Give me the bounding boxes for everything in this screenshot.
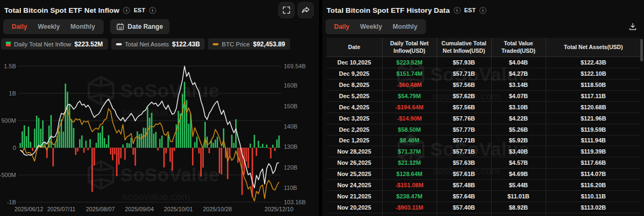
col-date: Date xyxy=(327,38,382,57)
cell-date: Dec 9,2025 xyxy=(327,68,382,79)
svg-text:120B: 120B xyxy=(284,164,298,171)
share-icon xyxy=(301,6,310,14)
cell-daily-net-inflow: $71.37M xyxy=(382,146,437,157)
svg-text:500M: 500M xyxy=(1,117,16,124)
svg-text:103.16B: 103.16B xyxy=(284,199,306,205)
cell-date: Dec 2,2025 xyxy=(327,124,382,135)
svg-text:-1B: -1B xyxy=(7,199,16,205)
cell-daily-net-inflow: $8.48M xyxy=(382,135,437,146)
cell-total-net-assets: $122.10B xyxy=(546,68,641,79)
info-icon[interactable]: i xyxy=(123,7,130,14)
timezone-label: EST xyxy=(464,7,476,13)
svg-text:130B: 130B xyxy=(284,143,298,150)
cell-cumulative-net-inflow: $57.56B xyxy=(437,101,491,113)
inflow-bars xyxy=(20,82,280,197)
legend-btc-price[interactable]: BTC Price $92,453.89 xyxy=(208,38,290,50)
svg-text:2025/09/04: 2025/09/04 xyxy=(125,206,154,212)
download-icon xyxy=(629,22,637,31)
history-table-wrap: Date Daily Total Net Inflow(USD) Cumulat… xyxy=(327,38,641,216)
table-row: Nov 21,2025$238.47M$57.64B$11.01B$110.11… xyxy=(327,190,641,202)
info-icon[interactable]: i xyxy=(479,7,486,14)
dashboard: Total Bitcoin Spot ETF Net Inflow i EST … xyxy=(0,0,644,216)
cell-cumulative-net-inflow: $57.61B xyxy=(437,169,491,180)
info-icon[interactable]: i xyxy=(149,7,156,14)
chart-panel-header: Total Bitcoin Spot ETF Net Inflow i EST … xyxy=(0,0,319,15)
cell-cumulative-net-inflow: $57.77B xyxy=(437,124,491,135)
table-row: Dec 5,2025$54.79M$57.62B$4.07B$117.11B xyxy=(327,90,641,101)
cell-daily-net-inflow: $151.74M xyxy=(382,68,437,79)
cell-date: Nov 26,2025 xyxy=(327,157,382,169)
cell-total-value-traded: $3.10B xyxy=(491,101,546,113)
cell-total-value-traded: $4.04B xyxy=(491,57,546,68)
cell-total-value-traded: $3.14B xyxy=(491,79,546,91)
history-table: Date Daily Total Net Inflow(USD) Cumulat… xyxy=(327,38,641,216)
net-assets-legend-icon xyxy=(116,43,122,45)
cell-daily-net-inflow: $238.47M xyxy=(382,190,437,202)
cell-total-value-traded: $11.01B xyxy=(491,190,546,202)
cell-date: Nov 25,2025 xyxy=(327,169,382,180)
cell-total-value-traded: $6.89B xyxy=(491,213,546,216)
table-controls: Daily Weekly Monthly xyxy=(322,15,644,34)
table-row: Dec 8,2025-$60.48M$57.56B$3.14B$118.50B xyxy=(327,79,641,91)
legend-value: $223.52M xyxy=(74,41,103,48)
cell-date: Dec 8,2025 xyxy=(327,79,382,91)
table-row: Dec 1,2025$8.48M$57.71B$5.92B$111.94B xyxy=(327,135,641,146)
table-row: Dec 2,2025$58.50M$57.77B$5.26B$119.59B xyxy=(327,124,641,135)
svg-text:2025/10/28: 2025/10/28 xyxy=(203,206,232,212)
tab-daily[interactable]: Daily xyxy=(329,21,355,32)
svg-text:169.54B: 169.54B xyxy=(284,63,306,69)
inflow-chart[interactable]: 1.5B1B500M0-500M-1B169.54B160B150B140B13… xyxy=(0,53,319,215)
fullscreen-button[interactable] xyxy=(278,2,294,18)
legend-label: Total Net Assets xyxy=(125,41,169,47)
cell-cumulative-net-inflow: $57.93B xyxy=(437,57,491,68)
cell-cumulative-net-inflow: $57.71B xyxy=(437,146,491,157)
cell-date: Nov 28,2025 xyxy=(327,146,382,157)
svg-text:140B: 140B xyxy=(284,123,298,130)
download-button[interactable] xyxy=(626,20,640,34)
cell-cumulative-net-inflow: $58.30B xyxy=(437,213,491,216)
table-row: Nov 26,2025$21.12M$57.63B$4.57B$117.66B xyxy=(327,157,641,169)
table-row: Dec 10,2025$223.52M$57.93B$4.04B$122.43B xyxy=(327,57,641,68)
period-tabs: Daily Weekly Monthly xyxy=(325,19,426,34)
tab-weekly[interactable]: Weekly xyxy=(33,21,65,32)
svg-text:110B: 110B xyxy=(284,185,297,191)
svg-text:2025/08/07: 2025/08/07 xyxy=(86,206,115,212)
legend-label: BTC Price xyxy=(222,41,250,47)
legend-value: $122.43B xyxy=(172,41,200,48)
svg-text:2025/06/12: 2025/06/12 xyxy=(14,206,43,212)
chart-header-buttons xyxy=(278,2,314,18)
cell-total-value-traded: $4.07B xyxy=(491,90,546,101)
svg-text:0: 0 xyxy=(13,145,16,151)
table-scrollbar-thumb[interactable] xyxy=(640,39,643,61)
tab-weekly[interactable]: Weekly xyxy=(355,21,387,32)
legend-daily-net-inflow[interactable]: Daily Total Net Inflow $223.52M xyxy=(1,38,108,50)
legend-value: $92,453.89 xyxy=(253,41,285,48)
net-inflow-chart-panel: Total Bitcoin Spot ETF Net Inflow i EST … xyxy=(0,0,319,216)
cell-date: Dec 1,2025 xyxy=(327,135,382,146)
cell-total-net-assets: $118.50B xyxy=(546,79,641,91)
cell-total-net-assets: $117.34B xyxy=(546,213,641,216)
cell-total-net-assets: $119.59B xyxy=(546,124,641,135)
cell-daily-net-inflow: $21.12M xyxy=(382,157,437,169)
inflow-legend-icon xyxy=(6,42,11,46)
legend-total-net-assets[interactable]: Total Net Assets $122.43B xyxy=(111,38,205,50)
date-range-button[interactable]: 12 Date Range xyxy=(110,19,169,34)
tab-monthly[interactable]: Monthly xyxy=(65,21,100,32)
svg-text:-500M: -500M xyxy=(0,172,16,178)
chart-panel-title: Total Bitcoin Spot ETF Net Inflow xyxy=(4,6,119,14)
cell-total-net-assets: $117.11B xyxy=(546,90,641,101)
svg-text:1B: 1B xyxy=(9,90,16,97)
history-table-head: Date Daily Total Net Inflow(USD) Cumulat… xyxy=(327,38,641,57)
table-row: Nov 20,2025-$903.11M$57.40B$8.92B$113.02… xyxy=(327,202,641,213)
tab-daily[interactable]: Daily xyxy=(6,21,33,32)
svg-text:2025/10/01: 2025/10/01 xyxy=(164,206,193,212)
info-icon[interactable]: i xyxy=(454,7,461,14)
cell-cumulative-net-inflow: $57.64B xyxy=(437,190,491,202)
cell-date: Dec 5,2025 xyxy=(327,90,382,101)
tab-monthly[interactable]: Monthly xyxy=(387,21,423,32)
cell-total-value-traded: $5.44B xyxy=(491,180,546,191)
table-row: Nov 19,2025$75.47M$58.30B$6.89B$117.34B xyxy=(327,213,641,216)
table-row: Nov 28,2025$71.37M$57.71B$3.40B$119.39B xyxy=(327,146,641,157)
share-button[interactable] xyxy=(298,2,314,18)
cell-total-net-assets: $117.66B xyxy=(546,157,641,169)
